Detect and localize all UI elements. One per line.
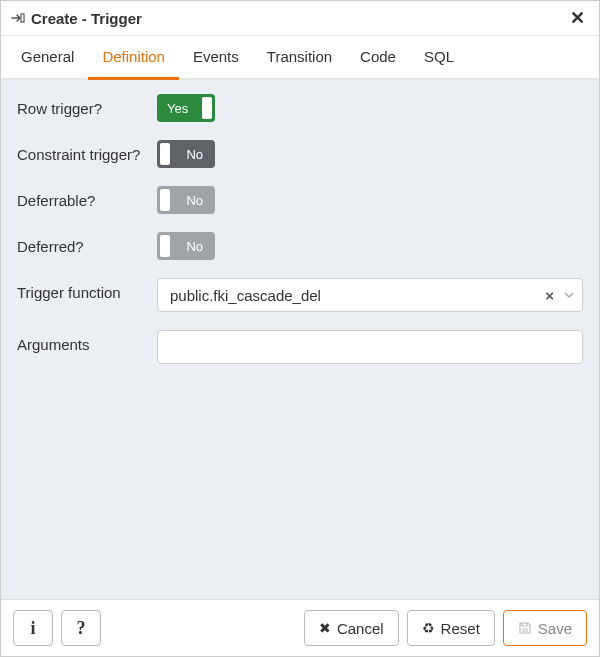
reset-button-label: Reset: [441, 620, 480, 637]
tab-transition[interactable]: Transition: [253, 36, 346, 80]
dialog-title: Create - Trigger: [31, 10, 566, 27]
deferred-label: Deferred?: [17, 232, 157, 255]
tab-bar: General Definition Events Transition Cod…: [1, 36, 599, 80]
field-arguments: Arguments: [17, 330, 583, 364]
recycle-icon: ♻: [422, 620, 435, 636]
field-constraint-trigger: Constraint trigger? No: [17, 140, 583, 168]
constraint-trigger-toggle-text: No: [186, 147, 203, 162]
tab-definition[interactable]: Definition: [88, 36, 179, 80]
constraint-trigger-label: Constraint trigger?: [17, 140, 157, 163]
constraint-trigger-toggle[interactable]: No: [157, 140, 215, 168]
row-trigger-toggle[interactable]: Yes: [157, 94, 215, 122]
dialog-footer: i ? ✖ Cancel ♻ Reset Save: [1, 599, 599, 656]
help-icon: ?: [77, 618, 86, 639]
help-button[interactable]: ?: [61, 610, 101, 646]
close-icon: ✖: [319, 620, 331, 636]
save-icon: [518, 621, 532, 635]
reset-button[interactable]: ♻ Reset: [407, 610, 495, 646]
trigger-function-select[interactable]: public.fki_cascade_del ×: [157, 278, 583, 312]
deferrable-toggle: No: [157, 186, 215, 214]
close-icon[interactable]: ✕: [566, 7, 589, 29]
trigger-icon: [11, 11, 25, 25]
cancel-button-label: Cancel: [337, 620, 384, 637]
row-trigger-label: Row trigger?: [17, 94, 157, 117]
trigger-function-label: Trigger function: [17, 278, 157, 301]
toggle-knob: [160, 143, 170, 165]
toggle-knob: [160, 189, 170, 211]
tab-events[interactable]: Events: [179, 36, 253, 80]
titlebar: Create - Trigger ✕: [1, 1, 599, 36]
save-button-label: Save: [538, 620, 572, 637]
chevron-down-icon[interactable]: [564, 290, 574, 300]
dialog-body: Row trigger? Yes Constraint trigger? No …: [1, 80, 599, 599]
cancel-button[interactable]: ✖ Cancel: [304, 610, 399, 646]
field-row-trigger: Row trigger? Yes: [17, 94, 583, 122]
info-icon: i: [30, 618, 35, 639]
arguments-label: Arguments: [17, 330, 157, 353]
deferred-toggle-text: No: [186, 239, 203, 254]
create-trigger-dialog: Create - Trigger ✕ General Definition Ev…: [0, 0, 600, 657]
toggle-knob: [202, 97, 212, 119]
tab-code[interactable]: Code: [346, 36, 410, 80]
deferred-toggle: No: [157, 232, 215, 260]
trigger-function-value: public.fki_cascade_del: [170, 287, 545, 304]
toggle-knob: [160, 235, 170, 257]
deferrable-label: Deferrable?: [17, 186, 157, 209]
field-trigger-function: Trigger function public.fki_cascade_del …: [17, 278, 583, 312]
tab-general[interactable]: General: [7, 36, 88, 80]
deferrable-toggle-text: No: [186, 193, 203, 208]
clear-icon[interactable]: ×: [545, 287, 554, 304]
field-deferrable: Deferrable? No: [17, 186, 583, 214]
tab-sql[interactable]: SQL: [410, 36, 468, 80]
row-trigger-toggle-text: Yes: [167, 101, 188, 116]
svg-rect-0: [21, 14, 24, 22]
save-button[interactable]: Save: [503, 610, 587, 646]
arguments-input[interactable]: [157, 330, 583, 364]
info-button[interactable]: i: [13, 610, 53, 646]
field-deferred: Deferred? No: [17, 232, 583, 260]
